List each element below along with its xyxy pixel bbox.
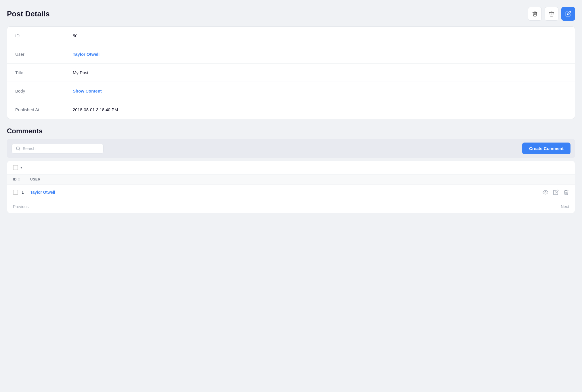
svg-point-4 (545, 192, 546, 193)
chevron-down-icon[interactable]: ▾ (20, 166, 22, 170)
row-checkbox[interactable] (13, 190, 18, 195)
user-value-link[interactable]: Taylor Otwell (73, 52, 99, 57)
edit-button[interactable] (561, 7, 575, 21)
search-wrapper (12, 144, 104, 153)
header-actions (528, 7, 575, 21)
col-header-id: ID (13, 177, 30, 181)
title-value: My Post (73, 70, 88, 75)
id-label: ID (15, 33, 73, 38)
body-show-content-link[interactable]: Show Content (73, 89, 102, 93)
next-button[interactable]: Next (561, 204, 569, 209)
row-id: 1 (22, 190, 24, 195)
view-icon[interactable] (543, 189, 548, 195)
post-published-row: Published At 2018-08-01 3:18:40 PM (7, 100, 575, 119)
col-header-actions (512, 177, 569, 181)
post-user-row: User Taylor Otwell (7, 45, 575, 64)
delete-row-icon[interactable] (563, 189, 569, 195)
select-all-checkbox[interactable] (13, 165, 18, 170)
create-comment-button[interactable]: Create Comment (522, 143, 570, 154)
comments-table-card: ▾ ID USER 1 Taylor Otwell (7, 161, 575, 213)
body-label: Body (15, 89, 73, 93)
post-body-row: Body Show Content (7, 82, 575, 100)
page-title: Post Details (7, 9, 50, 18)
post-title-row: Title My Post (7, 64, 575, 82)
delete-button[interactable] (528, 7, 542, 21)
post-detail-card: ID 50 User Taylor Otwell Title My Post B… (7, 26, 575, 119)
search-icon (16, 146, 20, 151)
id-value: 50 (73, 33, 78, 38)
pagination: Previous Next (7, 200, 575, 213)
row-actions (512, 189, 569, 195)
table-top-bar: ▾ (7, 161, 575, 174)
page-header: Post Details (7, 7, 575, 21)
published-label: Published At (15, 107, 73, 112)
archive-button[interactable] (545, 7, 558, 21)
previous-button[interactable]: Previous (13, 204, 28, 209)
search-input[interactable] (23, 146, 99, 151)
title-label: Title (15, 70, 73, 75)
table-header: ID USER (7, 174, 575, 185)
edit-row-icon[interactable] (553, 189, 559, 195)
svg-line-3 (19, 149, 20, 150)
archive-icon (549, 11, 554, 17)
published-value: 2018-08-01 3:18:40 PM (73, 107, 118, 112)
user-label: User (15, 52, 73, 57)
table-row: 1 Taylor Otwell (7, 185, 575, 200)
edit-icon (565, 11, 571, 17)
col-header-user: USER (30, 177, 512, 181)
comments-toolbar: Create Comment (7, 139, 575, 158)
trash-icon (532, 11, 538, 17)
sort-icon-id[interactable] (18, 178, 20, 181)
comments-section-title: Comments (7, 127, 575, 135)
row-checkbox-col: 1 (13, 190, 30, 195)
post-id-row: ID 50 (7, 27, 575, 45)
row-user-link[interactable]: Taylor Otwell (30, 190, 512, 195)
